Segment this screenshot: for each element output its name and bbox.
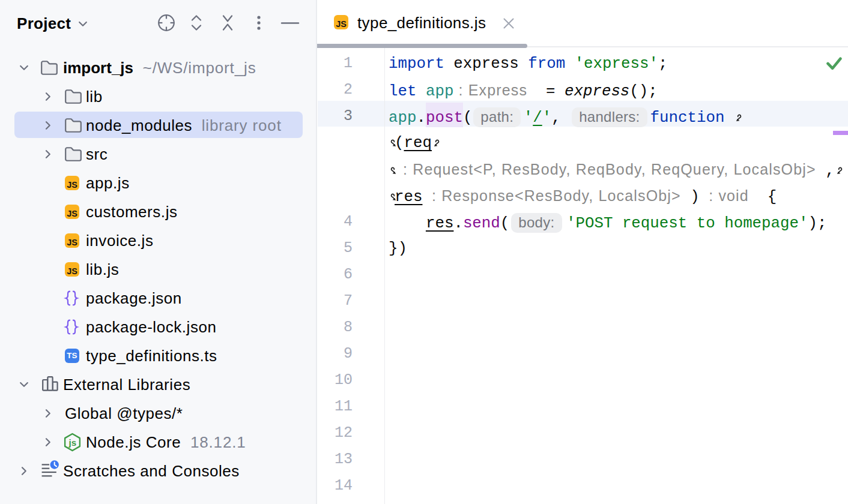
svg-text:js: js xyxy=(68,437,76,448)
